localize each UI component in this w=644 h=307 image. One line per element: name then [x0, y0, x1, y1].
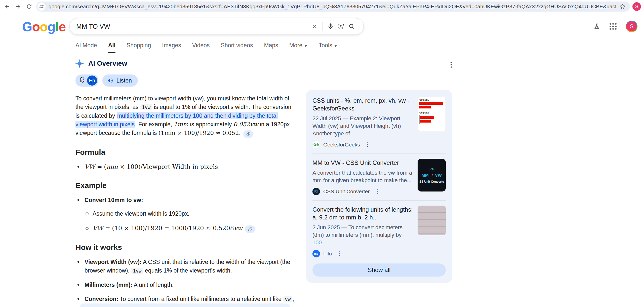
source-card-snippet: 22 Jul 2025 — Example 2: Viewport Width … — [312, 115, 413, 137]
ai-overview-title: AI Overview — [88, 60, 127, 67]
source-card-thumbnail[interactable]: PX MM ⇄ VW SS Unit Converte — [418, 159, 446, 191]
site-settings-icon[interactable] — [37, 3, 46, 11]
results-tabs: AI Mode All Shopping Images Videos Short… — [75, 42, 338, 53]
browser-profile-avatar[interactable]: S — [632, 2, 641, 11]
source-card[interactable]: Convert the following units of lengths: … — [312, 206, 446, 257]
search-divider — [323, 22, 323, 31]
google-lens-icon[interactable] — [336, 21, 346, 32]
filo-logo-icon: filo — [312, 250, 320, 257]
microphone-icon[interactable] — [325, 21, 336, 32]
tab-more[interactable]: More▼ — [289, 42, 308, 53]
source-name: GeeksforGeeks — [323, 142, 360, 148]
tab-videos[interactable]: Videos — [192, 42, 210, 53]
url-text: google.com/search?q=MM+TO+VW&sca_esv=194… — [49, 4, 616, 10]
how-it-works-heading: How it works — [75, 243, 297, 252]
source-card-snippet: 2 Jun 2025 — To convert decimeters (dm) … — [312, 224, 413, 246]
tab-all[interactable]: All — [108, 42, 115, 53]
google-logo[interactable]: Google — [22, 19, 66, 34]
chevron-down-icon: ▼ — [334, 44, 338, 48]
ai-overview-header: AI Overview — [75, 59, 297, 68]
account-avatar[interactable]: S — [626, 21, 637, 32]
sources-sidebar: CSS units - %, em, rem, px, vh, vw - Gee… — [306, 90, 452, 283]
source-card[interactable]: CSS units - %, em, rem, px, vh, vw - Gee… — [312, 97, 446, 148]
tab-ai-mode[interactable]: AI Mode — [75, 42, 97, 53]
clear-search-icon[interactable] — [309, 21, 320, 32]
language-toggle[interactable]: हिं En — [75, 74, 98, 87]
google-apps-grid-icon[interactable] — [610, 23, 617, 30]
card-menu-icon[interactable]: ⋮ — [374, 189, 380, 194]
source-card-title[interactable]: CSS units - %, em, rem, px, vh, vw - Gee… — [312, 97, 413, 112]
speaker-icon — [107, 77, 113, 84]
source-name: CSS Unit Converter — [323, 188, 370, 195]
tab-tools[interactable]: Tools▼ — [319, 42, 338, 53]
search-input[interactable] — [76, 23, 309, 30]
how-item-viewport-width: Viewport Width (vw): A CSS unit that is … — [75, 258, 297, 275]
card-divider — [312, 200, 446, 201]
example-item: Convert 10mm to vw: Assume the viewport … — [75, 196, 297, 233]
source-card[interactable]: MM to VW - CSS Unit Converter A converte… — [312, 159, 446, 195]
how-item-millimeters: Millimeters (mm): A unit of length. — [75, 281, 297, 289]
example-sub-formula: VW = (10 × 100)/1920 = 1000/1920 ≈ 0.520… — [85, 224, 297, 233]
example-heading: Example — [75, 181, 297, 190]
formula-item: VW = (mm × 100)/Viewport Width in pixels — [75, 163, 297, 171]
card-divider — [312, 154, 446, 154]
tab-images[interactable]: Images — [162, 42, 181, 53]
geeksforgeeks-logo-icon — [312, 141, 320, 148]
dive-deeper-bar[interactable] — [80, 303, 290, 307]
citation-link-icon[interactable] — [243, 130, 253, 138]
search-header: Google S AI Mode All Shopping Images — [0, 13, 644, 53]
css-unit-converter-logo-icon: PX — [312, 188, 320, 195]
ai-overview-intro: To convert millimeters (mm) to viewport … — [75, 94, 297, 138]
source-card-title[interactable]: Convert the following units of lengths: … — [312, 206, 413, 221]
example-sub-item: Assume the viewport width is 1920px. — [85, 209, 297, 218]
bookmark-star-icon[interactable] — [619, 3, 626, 10]
ai-overview-chips: हिं En Listen — [75, 74, 297, 87]
language-hindi-option[interactable]: हिं — [80, 77, 84, 84]
forward-button[interactable] — [13, 1, 24, 12]
tab-shopping[interactable]: Shopping — [127, 42, 151, 53]
chevron-down-icon: ▼ — [304, 44, 308, 48]
source-name: Filo — [323, 251, 332, 257]
ai-overview-panel: AI Overview हिं En Listen To convert mil… — [75, 59, 297, 307]
listen-button[interactable]: Listen — [102, 74, 138, 87]
browser-toolbar: google.com/search?q=MM+TO+VW&sca_esv=194… — [0, 0, 644, 13]
back-button[interactable] — [2, 1, 13, 12]
inline-code: 1vw — [131, 268, 143, 274]
source-card-snippet: A converter that calculates the vw from … — [312, 169, 413, 184]
sparkle-icon — [75, 59, 85, 68]
address-bar[interactable]: google.com/search?q=MM+TO+VW&sca_esv=194… — [36, 2, 630, 12]
source-card-thumbnail[interactable]: Output 1 Output 2 — [418, 97, 446, 131]
citation-link-icon[interactable] — [245, 225, 255, 233]
search-labs-icon[interactable] — [593, 23, 600, 30]
tab-maps[interactable]: Maps — [264, 42, 278, 53]
show-all-button[interactable]: Show all — [312, 263, 446, 277]
inline-code: 1vw — [140, 104, 152, 110]
language-english-option[interactable]: En — [87, 75, 97, 86]
formula-heading: Formula — [75, 148, 297, 157]
ai-overview-menu-button[interactable] — [447, 60, 455, 69]
source-card-thumbnail[interactable] — [418, 206, 446, 235]
inline-code: vw — [283, 296, 293, 302]
card-menu-icon[interactable]: ⋮ — [337, 251, 342, 256]
tab-short-videos[interactable]: Short videos — [221, 42, 253, 53]
search-submit-icon[interactable] — [346, 21, 357, 32]
search-box[interactable] — [69, 18, 364, 35]
source-card-title[interactable]: MM to VW - CSS Unit Converter — [312, 159, 413, 167]
card-menu-icon[interactable]: ⋮ — [365, 142, 370, 147]
reload-button[interactable] — [24, 1, 35, 12]
